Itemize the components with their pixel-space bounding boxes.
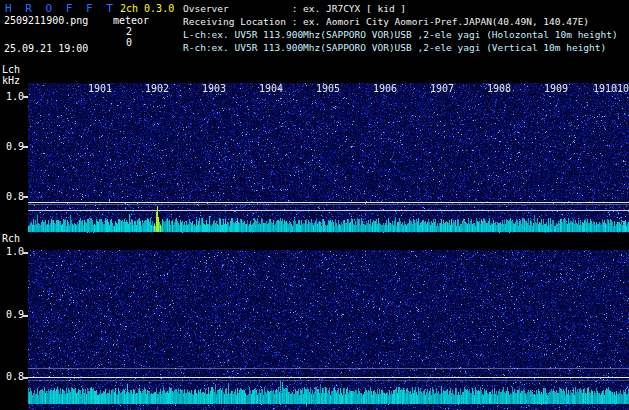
lch-axis-tick <box>23 146 28 148</box>
time-tick-label: 1902 <box>145 84 169 94</box>
rch-axis-tick <box>23 315 28 317</box>
hrofft-screen: H R O F F T 2ch 0.3.0 2509211900.png met… <box>0 0 629 410</box>
lch-freq-tick-label: 0.8 <box>6 192 24 202</box>
observer-line: Ovserver : ex. JR7CYX [ kid ] <box>183 3 406 14</box>
time-tick-label: 1907 <box>430 84 454 94</box>
time-tick-label: 1910 <box>593 84 617 94</box>
rch-freq-tick-label: 0.8 <box>6 372 24 382</box>
lch-axis-label: Lch <box>2 65 20 75</box>
lch-meteor-count: 2 <box>126 27 132 37</box>
rch-axis-tick <box>23 252 28 254</box>
rch-freq-tick-label: 1.0 <box>6 247 24 257</box>
time-tick-edge-label: 10 <box>617 84 629 94</box>
filename-label: 2509211900.png <box>4 16 88 26</box>
rch-axis-label: Rch <box>2 234 20 244</box>
time-tick-label: 1903 <box>202 84 226 94</box>
time-tick-label: 1904 <box>259 84 283 94</box>
rch-spectrogram <box>28 250 629 410</box>
freq-unit-label: kHz <box>2 76 20 86</box>
lch-freq-tick-label: 0.9 <box>6 142 24 152</box>
mode-label: meteor <box>113 16 149 26</box>
app-version: 2ch 0.3.0 <box>120 4 174 14</box>
lch-config-line: L-ch:ex. UV5R 113.900Mhz(SAPPORO VOR)USB… <box>183 29 618 40</box>
location-line: Receiving Location : ex. Aomori City Aom… <box>183 16 589 27</box>
lch-freq-tick-label: 1.0 <box>6 92 24 102</box>
time-tick-label: 1906 <box>373 84 397 94</box>
lch-spectrogram <box>28 83 629 233</box>
datetime-label: 25.09.21 19:00 <box>4 44 88 54</box>
rch-axis-tick <box>23 377 28 379</box>
rch-freq-tick-label: 0.9 <box>6 310 24 320</box>
rch-meteor-count: 0 <box>126 38 132 48</box>
lch-axis-tick <box>23 96 28 98</box>
time-tick-label: 1905 <box>316 84 340 94</box>
app-title: H R O F F T <box>5 3 116 14</box>
time-tick-label: 1901 <box>88 84 112 94</box>
time-tick-label: 1909 <box>544 84 568 94</box>
rch-config-line: R-ch:ex. UV5R 113.900Mhz(SAPPORO VOR)USB… <box>183 42 606 53</box>
time-tick-label: 1908 <box>487 84 511 94</box>
lch-axis-tick <box>23 196 28 198</box>
